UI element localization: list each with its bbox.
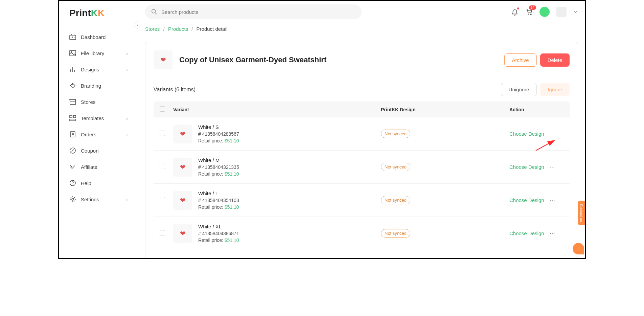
- sidebar-item-label: Designs: [81, 67, 99, 72]
- affiliate-icon: [69, 163, 76, 170]
- orders-icon: [69, 131, 76, 138]
- sidebar-item-help[interactable]: Help: [59, 175, 138, 191]
- svg-point-12: [528, 14, 529, 15]
- cart-badge: 14: [529, 5, 536, 10]
- user-placeholder: [556, 7, 567, 17]
- logo-text-2: K: [91, 8, 98, 18]
- chat-bubble-icon[interactable]: [573, 243, 584, 254]
- variant-name: White / L: [198, 190, 239, 196]
- contact-us-tab[interactable]: Contact us: [578, 201, 585, 225]
- not-synced-badge: Not synced: [381, 196, 410, 204]
- svg-rect-4: [70, 115, 72, 118]
- tag-icon: [69, 82, 76, 89]
- retail-price-label: Retail price:: [198, 171, 223, 177]
- heart-icon: ❤: [180, 196, 186, 204]
- variant-sku: # 41358404288567: [198, 131, 239, 137]
- variant-price: $51.10: [225, 204, 239, 210]
- choose-design-link[interactable]: Choose Design: [509, 197, 544, 203]
- variant-price: $51.10: [225, 171, 239, 177]
- coupon-icon: [69, 147, 76, 154]
- not-synced-badge: Not synced: [381, 229, 410, 238]
- search-input[interactable]: [161, 9, 355, 15]
- variant-thumbnail: ❤: [173, 224, 192, 243]
- more-actions-icon[interactable]: ⋯: [550, 197, 556, 203]
- image-icon: [69, 50, 76, 57]
- sidebar-item-stores[interactable]: Stores: [59, 94, 138, 110]
- sidebar-item-label: Stores: [81, 99, 95, 105]
- table-row: ❤ White / L # 41358404354103 Retail pric…: [154, 184, 570, 217]
- sidebar-item-orders[interactable]: Orders ›: [59, 126, 138, 142]
- sidebar-item-label: Coupon: [81, 148, 99, 154]
- sidebar-item-designs[interactable]: Designs ›: [59, 61, 138, 77]
- sidebar-item-label: Branding: [81, 83, 101, 89]
- more-actions-icon[interactable]: ⋯: [550, 230, 556, 236]
- chevron-right-icon: ›: [126, 132, 128, 137]
- sidebar-item-branding[interactable]: Branding: [59, 77, 138, 94]
- sidebar-item-label: Settings: [81, 197, 99, 202]
- logo: PrintKK: [59, 8, 138, 25]
- col-action: Action: [509, 107, 564, 112]
- not-synced-badge: Not synced: [381, 163, 410, 171]
- col-variant: Variant: [173, 107, 381, 112]
- sidebar-item-coupon[interactable]: Coupon: [59, 142, 138, 159]
- sidebar-item-label: Dashboard: [81, 34, 106, 40]
- variant-sku: # 41358404354103: [198, 198, 239, 203]
- dashboard-icon: [69, 33, 76, 40]
- svg-point-11: [152, 9, 156, 13]
- sidebar-item-templates[interactable]: Templates ›: [59, 110, 138, 126]
- choose-design-link[interactable]: Choose Design: [509, 164, 544, 170]
- select-all-checkbox[interactable]: [160, 106, 165, 112]
- avatar[interactable]: [539, 7, 550, 17]
- choose-design-link[interactable]: Choose Design: [509, 230, 544, 236]
- heart-icon: ❤: [180, 130, 186, 138]
- search-icon: [151, 9, 157, 15]
- sidebar-item-label: Templates: [81, 115, 104, 121]
- heart-icon: ❤: [180, 229, 186, 238]
- variant-price: $51.10: [225, 238, 239, 243]
- row-checkbox[interactable]: [160, 197, 165, 202]
- heart-icon: ❤: [180, 163, 186, 171]
- row-checkbox[interactable]: [160, 164, 165, 169]
- breadcrumb-stores[interactable]: Stores: [145, 26, 160, 32]
- variant-thumbnail: ❤: [173, 191, 192, 210]
- not-synced-badge: Not synced: [381, 130, 410, 138]
- choose-design-link[interactable]: Choose Design: [509, 131, 544, 137]
- sidebar-item-file-library[interactable]: File library ›: [59, 45, 138, 61]
- chevron-down-icon[interactable]: [573, 9, 578, 14]
- templates-icon: [69, 115, 76, 121]
- search-box[interactable]: [145, 4, 362, 19]
- retail-price-label: Retail price:: [198, 204, 223, 210]
- variant-name: White / S: [198, 124, 239, 130]
- unignore-button[interactable]: Unignore: [501, 83, 537, 96]
- retail-price-label: Retail price:: [198, 238, 223, 243]
- product-card: ❤ Copy of Unisex Garment-Dyed Sweatshirt…: [145, 42, 578, 258]
- logo-text-1: Print: [69, 8, 91, 18]
- row-checkbox[interactable]: [160, 131, 165, 136]
- more-actions-icon[interactable]: ⋯: [550, 131, 556, 137]
- sidebar-item-dashboard[interactable]: Dashboard: [59, 29, 138, 45]
- table-row: ❤ White / M # 41358404321335 Retail pric…: [154, 151, 570, 184]
- sidebar-item-settings[interactable]: Settings ›: [59, 191, 138, 207]
- archive-button[interactable]: Archive: [504, 53, 537, 67]
- ignore-button[interactable]: Ignore: [540, 83, 570, 96]
- breadcrumb-products[interactable]: Products: [168, 26, 188, 32]
- sidebar-item-label: Orders: [81, 132, 96, 137]
- variants-label: Variants (6 items): [154, 87, 196, 93]
- variants-table: Variant PrintKK Design Action ❤ White / …: [154, 101, 570, 250]
- notification-dot: [517, 7, 519, 9]
- variant-thumbnail: ❤: [173, 158, 192, 177]
- designs-icon: [69, 66, 76, 73]
- delete-button[interactable]: Delete: [540, 53, 570, 67]
- table-row: ❤ White / S # 41358404288567 Retail pric…: [154, 117, 570, 151]
- sidebar-item-affiliate[interactable]: Affiliate: [59, 159, 138, 175]
- row-checkbox[interactable]: [160, 230, 165, 235]
- svg-rect-6: [70, 119, 76, 121]
- col-design: PrintKK Design: [381, 107, 509, 112]
- more-actions-icon[interactable]: ⋯: [550, 164, 556, 170]
- cart-button[interactable]: 14: [525, 8, 533, 16]
- sidebar-item-label: Affiliate: [81, 164, 97, 170]
- topbar: 14: [138, 1, 585, 23]
- variant-price: $51.10: [225, 138, 239, 143]
- notifications-button[interactable]: [511, 8, 519, 16]
- variant-sku: # 41358404321335: [198, 164, 239, 170]
